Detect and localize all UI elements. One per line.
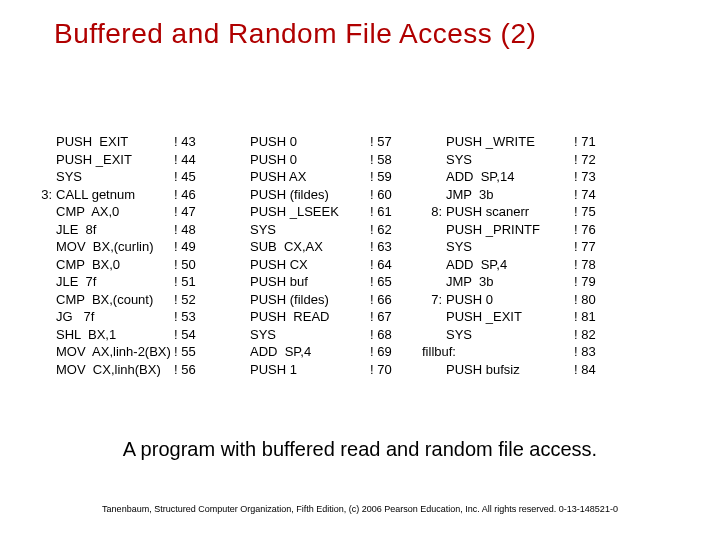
code-line: 3:CALL getnum! 46 [32, 186, 208, 204]
code-line: CMP BX,(count)! 52 [32, 291, 208, 309]
code-linenum: ! 69 [370, 343, 404, 361]
code-linenum: ! 50 [174, 256, 208, 274]
code-instruction: PUSH READ [250, 308, 370, 326]
code-line: JLE 8f! 48 [32, 221, 208, 239]
code-linenum: ! 80 [574, 291, 608, 309]
code-label [422, 273, 446, 291]
code-instruction: SYS [56, 168, 174, 186]
code-linenum: ! 43 [174, 133, 208, 151]
code-label [32, 308, 56, 326]
code-linenum: ! 53 [174, 308, 208, 326]
code-line: SYS! 62 [226, 221, 404, 239]
code-line: JLE 7f! 51 [32, 273, 208, 291]
code-label [226, 133, 250, 151]
code-label [226, 308, 250, 326]
code-instruction: PUSH _PRINTF [446, 221, 574, 239]
code-linenum: ! 60 [370, 186, 404, 204]
code-linenum: ! 62 [370, 221, 404, 239]
code-label: 3: [32, 186, 56, 204]
code-instruction: JLE 7f [56, 273, 174, 291]
code-line: JMP 3b! 79 [422, 273, 608, 291]
code-line: SYS! 82 [422, 326, 608, 344]
code-line: SYS! 77 [422, 238, 608, 256]
code-linenum: ! 72 [574, 151, 608, 169]
code-label [226, 221, 250, 239]
code-instruction: PUSH (fildes) [250, 186, 370, 204]
code-label: 7: [422, 291, 446, 309]
code-label [422, 151, 446, 169]
code-linenum: ! 51 [174, 273, 208, 291]
code-instruction: ADD SP,14 [446, 168, 574, 186]
code-column-1: PUSH EXIT! 43PUSH _EXIT! 44SYS! 453:CALL… [32, 133, 208, 378]
code-linenum: ! 45 [174, 168, 208, 186]
code-label [32, 151, 56, 169]
code-label [226, 168, 250, 186]
code-label [32, 133, 56, 151]
code-label [226, 326, 250, 344]
code-instruction: MOV AX,linh-2(BX) [56, 343, 174, 361]
code-label [32, 273, 56, 291]
code-instruction: ADD SP,4 [446, 256, 574, 274]
code-line: SUB CX,AX! 63 [226, 238, 404, 256]
code-line: CMP AX,0! 47 [32, 203, 208, 221]
code-linenum: ! 78 [574, 256, 608, 274]
code-label [422, 256, 446, 274]
code-line: ADD SP,14! 73 [422, 168, 608, 186]
code-instruction: SYS [250, 221, 370, 239]
code-line: PUSH (fildes)! 60 [226, 186, 404, 204]
code-line: PUSH 0! 57 [226, 133, 404, 151]
code-label [226, 343, 250, 361]
code-linenum: ! 74 [574, 186, 608, 204]
code-line: CMP BX,0! 50 [32, 256, 208, 274]
code-instruction: JMP 3b [446, 273, 574, 291]
code-line: PUSH EXIT! 43 [32, 133, 208, 151]
code-line: PUSH READ! 67 [226, 308, 404, 326]
code-instruction: SHL BX,1 [56, 326, 174, 344]
code-instruction: JMP 3b [446, 186, 574, 204]
code-label: 8: [422, 203, 446, 221]
code-line: MOV CX,linh(BX)! 56 [32, 361, 208, 379]
code-line: PUSH _EXIT! 81 [422, 308, 608, 326]
code-linenum: ! 71 [574, 133, 608, 151]
code-label [32, 221, 56, 239]
code-instruction: CMP BX,(count) [56, 291, 174, 309]
code-instruction: PUSH EXIT [56, 133, 174, 151]
code-label [32, 203, 56, 221]
code-instruction: SYS [446, 238, 574, 256]
code-label [422, 308, 446, 326]
code-label: fillbuf: [422, 343, 482, 361]
code-line: PUSH CX! 64 [226, 256, 404, 274]
code-line: PUSH _WRITE! 71 [422, 133, 608, 151]
code-linenum: ! 58 [370, 151, 404, 169]
code-line: MOV AX,linh-2(BX)! 55 [32, 343, 208, 361]
code-linenum: ! 75 [574, 203, 608, 221]
code-linenum: ! 81 [574, 308, 608, 326]
code-line: SYS! 45 [32, 168, 208, 186]
code-line: 8:PUSH scanerr! 75 [422, 203, 608, 221]
code-label [422, 168, 446, 186]
code-line: SYS! 68 [226, 326, 404, 344]
code-label [32, 238, 56, 256]
code-linenum: ! 48 [174, 221, 208, 239]
code-linenum: ! 77 [574, 238, 608, 256]
code-instruction: MOV CX,linh(BX) [56, 361, 174, 379]
code-label [422, 326, 446, 344]
code-instruction: PUSH _WRITE [446, 133, 574, 151]
code-instruction: CALL getnum [56, 186, 174, 204]
code-label [422, 361, 446, 379]
code-linenum: ! 84 [574, 361, 608, 379]
code-label [422, 133, 446, 151]
code-instruction: PUSH _EXIT [446, 308, 574, 326]
code-linenum: ! 64 [370, 256, 404, 274]
code-instruction: SUB CX,AX [250, 238, 370, 256]
code-line: PUSH _PRINTF! 76 [422, 221, 608, 239]
code-linenum: ! 49 [174, 238, 208, 256]
code-instruction: JLE 8f [56, 221, 174, 239]
code-instruction: SYS [250, 326, 370, 344]
code-instruction: ADD SP,4 [250, 343, 370, 361]
code-instruction: PUSH 0 [250, 151, 370, 169]
code-linenum: ! 52 [174, 291, 208, 309]
code-label [32, 326, 56, 344]
code-line: PUSH (fildes)! 66 [226, 291, 404, 309]
code-linenum: ! 61 [370, 203, 404, 221]
